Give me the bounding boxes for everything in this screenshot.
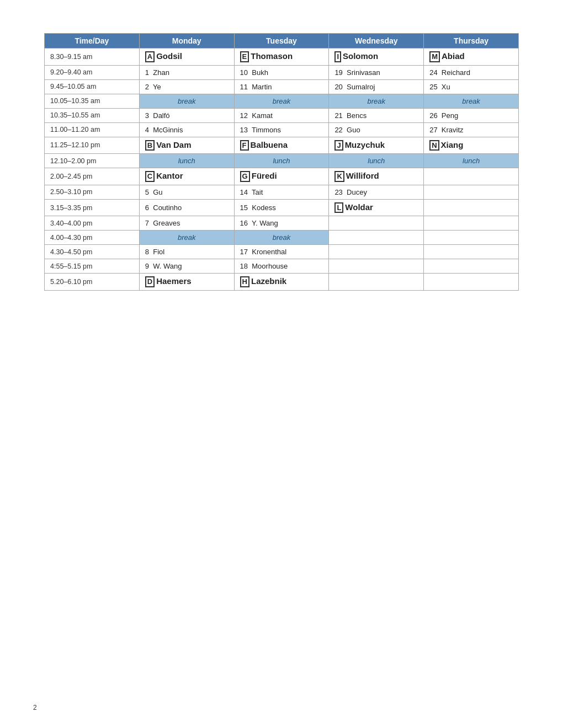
col-header-time: Time/Day — [45, 34, 140, 49]
time-cell: 11.25–12.10 pm — [45, 137, 140, 154]
break-cell-mon: break — [139, 94, 234, 108]
col-header-thursday: Thursday — [424, 34, 519, 49]
time-cell: 4.30–4.50 pm — [45, 245, 140, 259]
time-cell: 9.20–9.40 am — [45, 65, 140, 79]
break-cell-wed: break — [329, 94, 424, 108]
schedule-cell: 21 Bencs — [329, 108, 424, 122]
schedule-cell: FBalbuena — [234, 137, 329, 154]
schedule-cell: 13 Timmons — [234, 122, 329, 137]
empty-cell — [424, 245, 519, 259]
schedule-cell: 14 Tait — [234, 185, 329, 199]
schedule-cell: 15 Kodess — [234, 199, 329, 216]
schedule-cell: 22 Guo — [329, 122, 424, 137]
schedule-cell: 10 Bukh — [234, 65, 329, 79]
time-cell: 2.00–2.45 pm — [45, 168, 140, 185]
schedule-cell: 2 Ye — [139, 79, 234, 94]
time-cell: 12.10–2.00 pm — [45, 154, 140, 168]
lunch-cell-thu: lunch — [424, 154, 519, 168]
lunch-cell-mon: lunch — [139, 154, 234, 168]
schedule-cell: 1 Zhan — [139, 65, 234, 79]
empty-cell — [424, 216, 519, 231]
schedule-cell: 5 Gu — [139, 185, 234, 199]
empty-cell — [424, 274, 519, 291]
break-cell-mon: break — [139, 231, 234, 245]
schedule-cell: NXiang — [424, 137, 519, 154]
time-cell: 2.50–3.10 pm — [45, 185, 140, 199]
lunch-cell-wed: lunch — [329, 154, 424, 168]
col-header-wednesday: Wednesday — [329, 34, 424, 49]
schedule-cell: 7 Greaves — [139, 216, 234, 231]
schedule-cell: JMuzychuk — [329, 137, 424, 154]
empty-cell — [329, 231, 424, 245]
empty-cell — [329, 259, 424, 274]
schedule-cell: EThomason — [234, 49, 329, 66]
schedule-cell: 4 McGinnis — [139, 122, 234, 137]
empty-cell — [424, 231, 519, 245]
schedule-cell: DHaemers — [139, 274, 234, 291]
time-cell: 4.00–4.30 pm — [45, 231, 140, 245]
schedule-cell: 19 Srinivasan — [329, 65, 424, 79]
empty-cell — [424, 185, 519, 199]
schedule-cell: BVan Dam — [139, 137, 234, 154]
time-cell: 3.40–4.00 pm — [45, 216, 140, 231]
empty-cell — [329, 274, 424, 291]
schedule-cell: CKantor — [139, 168, 234, 185]
schedule-cell: 8 Fiol — [139, 245, 234, 259]
time-cell: 9.45–10.05 am — [45, 79, 140, 94]
schedule-cell: 27 Kravitz — [424, 122, 519, 137]
schedule-cell: 3 Dalfó — [139, 108, 234, 122]
col-header-monday: Monday — [139, 34, 234, 49]
schedule-cell: GFüredi — [234, 168, 329, 185]
lunch-cell-tue: lunch — [234, 154, 329, 168]
time-cell: 4:55–5.15 pm — [45, 259, 140, 274]
schedule-cell: 20 Sumalroj — [329, 79, 424, 94]
schedule-table: Time/Day Monday Tuesday Wednesday Thursd… — [44, 33, 519, 291]
schedule-cell: 26 Peng — [424, 108, 519, 122]
schedule-cell: 11 Martin — [234, 79, 329, 94]
empty-cell — [329, 245, 424, 259]
schedule-cell: ISolomon — [329, 49, 424, 66]
break-cell-tue: break — [234, 231, 329, 245]
time-cell: 3.15–3.35 pm — [45, 199, 140, 216]
schedule-cell: 25 Xu — [424, 79, 519, 94]
break-cell-thu: break — [424, 94, 519, 108]
time-cell: 11.00–11.20 am — [45, 122, 140, 137]
empty-cell — [424, 259, 519, 274]
col-header-tuesday: Tuesday — [234, 34, 329, 49]
schedule-cell: 18 Moorhouse — [234, 259, 329, 274]
empty-cell — [424, 168, 519, 185]
time-cell: 10.05–10.35 am — [45, 94, 140, 108]
schedule-cell: LWoldar — [329, 199, 424, 216]
schedule-cell: 23 Ducey — [329, 185, 424, 199]
schedule-cell: 24 Reichard — [424, 65, 519, 79]
schedule-cell: 17 Kronenthal — [234, 245, 329, 259]
schedule-cell: AGodsil — [139, 49, 234, 66]
schedule-cell: 6 Coutinho — [139, 199, 234, 216]
schedule-cell: 9 W. Wang — [139, 259, 234, 274]
schedule-cell: MAbiad — [424, 49, 519, 66]
schedule-cell: KWilliford — [329, 168, 424, 185]
schedule-cell: 16 Y. Wang — [234, 216, 329, 231]
time-cell: 8.30–9.15 am — [45, 49, 140, 66]
empty-cell — [329, 216, 424, 231]
time-cell: 5.20–6.10 pm — [45, 274, 140, 291]
empty-cell — [424, 199, 519, 216]
break-cell-tue: break — [234, 94, 329, 108]
schedule-cell: HLazebnik — [234, 274, 329, 291]
schedule-cell: 12 Kamat — [234, 108, 329, 122]
time-cell: 10.35–10.55 am — [45, 108, 140, 122]
